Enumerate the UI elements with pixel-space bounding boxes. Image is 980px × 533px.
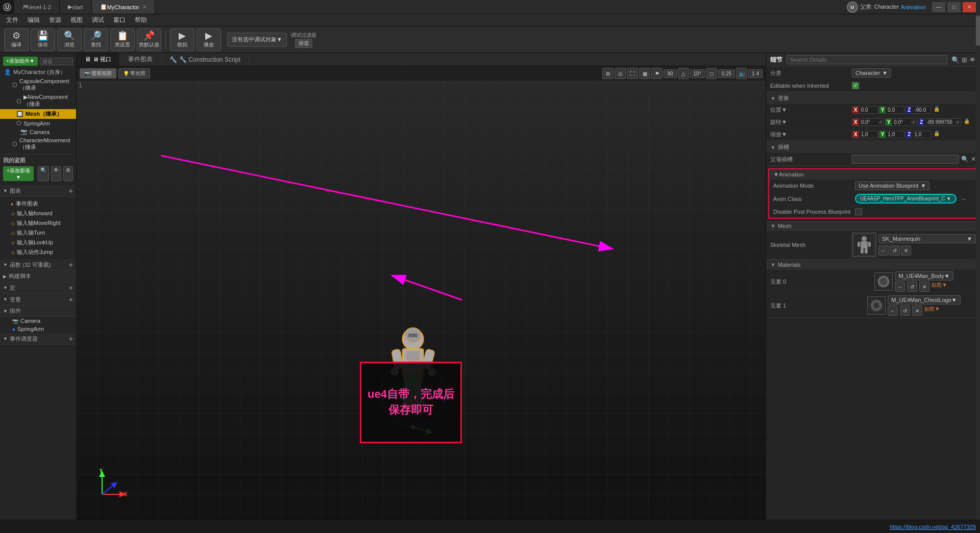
socket-header[interactable]: ▼ 插槽 (766, 141, 980, 153)
rotation-z-input[interactable]: Z -89.999756 ↺ (918, 118, 961, 126)
compile-button[interactable]: ⚙ 编译 (4, 29, 29, 51)
simulate-button[interactable]: ▶ 模拟 (170, 29, 194, 51)
menu-view[interactable]: 视图 (66, 15, 87, 26)
reset-icon[interactable]: ↺ (877, 120, 884, 125)
class-defaults-button[interactable]: 📌 类默认值 (137, 29, 161, 51)
category-dropdown[interactable]: Character ▼ (852, 68, 891, 78)
transform-header[interactable]: ▼ 变换 (766, 92, 980, 104)
tab-mycharactor[interactable]: 📋 MyCharactor ✕ (92, 0, 155, 14)
editable-checkbox[interactable]: ✓ (852, 82, 859, 89)
component-springarm[interactable]: ⬡ SpringArm (0, 119, 76, 128)
reset-icon[interactable]: ↺ (910, 120, 916, 125)
position-y-input[interactable]: Y 0.0 (879, 106, 905, 114)
debug-filter-button[interactable]: 筛选 (295, 39, 312, 48)
disable-postprocess-checkbox[interactable] (855, 208, 862, 215)
socket-clear-icon[interactable]: ✕ (971, 156, 976, 163)
menu-help[interactable]: 帮助 (131, 15, 151, 26)
graph-input-moveright[interactable]: ◇ 输入轴MoveRight (3, 218, 73, 228)
skeletal-mesh-dropdown[interactable]: SK_Mannequin ▼ (878, 234, 976, 243)
graph-input-jump[interactable]: ◇ 输入动作Jump (3, 247, 73, 257)
fov-button[interactable]: 90 (664, 69, 676, 78)
play-button[interactable]: ▶ 播放 (197, 29, 221, 51)
graph-input-turn[interactable]: ◇ 输入轴Turn (3, 228, 73, 238)
bp-settings-button[interactable]: ⚙ (63, 166, 73, 181)
mat1-action-btn-3[interactable]: ✕ (912, 306, 922, 316)
search-icon[interactable]: 🔍 (951, 56, 960, 64)
event-dispatcher-add-button[interactable]: + (69, 335, 73, 343)
vp-icon-btn-1[interactable]: ⊞ (602, 68, 614, 79)
columns-icon[interactable]: ⊞ (962, 56, 967, 64)
vp-icon-btn-3[interactable]: ⛶ (627, 68, 638, 79)
map-0-label[interactable]: 贴图▼ (932, 282, 947, 292)
debug-target-dropdown[interactable]: 没有选中调试对象▼ (227, 33, 287, 47)
position-x-input[interactable]: X 0.0 (852, 106, 878, 114)
animation-header[interactable]: ▼ Animation (769, 169, 977, 180)
vp-icon-btn-7[interactable]: ◻ (706, 68, 717, 79)
reset-icon[interactable]: ↺ (954, 120, 961, 125)
find-button[interactable]: 🔎 查找 (84, 29, 108, 51)
menu-edit[interactable]: 编辑 (23, 15, 44, 26)
mat0-action-btn-2[interactable]: ↺ (907, 282, 917, 292)
tab-start[interactable]: ▶ start (60, 0, 91, 14)
anim-class-dropdown[interactable]: UE4ASP_HeroTPP_AnimBlueprint_C ▼ (855, 194, 957, 204)
browse-button[interactable]: 🔍 浏览 (57, 29, 82, 51)
close-button[interactable]: ✕ (963, 2, 976, 12)
functions-section[interactable]: ▼ 函数 (32 可重载) + (0, 259, 76, 271)
menu-assets[interactable]: 资源 (45, 15, 65, 26)
tab-construction-script[interactable]: 🔧 🔧 Construction Script (161, 53, 249, 66)
bp-eye-button[interactable]: 👁 (51, 166, 61, 181)
graphs-section[interactable]: ▼ 图表 + (0, 185, 76, 197)
map-1-label[interactable]: 贴图▼ (924, 306, 940, 316)
mat0-action-btn-3[interactable]: ✕ (919, 282, 929, 292)
mesh-action-btn-2[interactable]: ↺ (890, 245, 900, 256)
socket-search-input[interactable] (852, 155, 959, 164)
maximize-button[interactable]: □ (947, 2, 961, 12)
component-camera[interactable]: 📷 Camera (0, 128, 76, 136)
scale-lock-icon[interactable]: 🔒 (932, 131, 941, 138)
scale-x-input[interactable]: X 1.0 (852, 131, 878, 138)
tab-event-graph[interactable]: 事件图表 (120, 53, 161, 66)
materials-header[interactable]: ▼ Materials (766, 260, 980, 270)
mesh-action-btn-3[interactable]: ✕ (901, 245, 911, 256)
tab-level-1-2[interactable]: 🎮 level-1-2 (14, 0, 60, 14)
details-search-input[interactable] (787, 55, 947, 64)
graph-input-forward[interactable]: ◇ 输入轴forward (3, 209, 73, 218)
graph-event-chart[interactable]: ▸ 事件图表 (3, 199, 73, 209)
component-springarm2[interactable]: ● SpringArm (0, 325, 76, 333)
menu-debug[interactable]: 调试 (88, 15, 108, 26)
vp-icon-btn-2[interactable]: ◎ (615, 68, 626, 79)
screen-pct-button[interactable]: 1 4 (748, 69, 763, 78)
animation-mode-dropdown[interactable]: Use Animation Blueprint ▼ (855, 181, 929, 190)
right-panel-scrollbar[interactable] (976, 53, 980, 520)
bottom-link[interactable]: https://blog.csdn.net/qq_42677329 (890, 524, 976, 530)
position-z-input[interactable]: Z -90.0 (905, 106, 931, 114)
vp-icon-btn-6[interactable]: △ (678, 68, 689, 79)
material-1-dropdown[interactable]: M_UE4Man_ChestLogo ▼ (888, 295, 960, 304)
event-dispatcher-section[interactable]: ▼ 事件调度器 + (0, 333, 76, 345)
component-camera2[interactable]: 📷 Camera (0, 317, 76, 325)
construct-script-section[interactable]: ▶ 构建脚本 (0, 271, 76, 282)
variables-section[interactable]: ▼ 变量 + (0, 294, 76, 306)
distance-button[interactable]: 0.25 (718, 69, 735, 78)
socket-search-icon[interactable]: 🔍 (961, 156, 969, 163)
component-mycharactor[interactable]: 👤 MyCharactor (自身） (0, 67, 76, 77)
eye-icon[interactable]: 👁 (969, 56, 976, 64)
component-charactermovement[interactable]: ⬡ CharacterMovement（继承 (0, 136, 76, 152)
graphs-add-button[interactable]: + (69, 187, 73, 195)
macros-add-button[interactable]: + (69, 284, 73, 292)
scale-z-input[interactable]: Z 1.0 (905, 131, 931, 138)
vp-icon-btn-8[interactable]: 📺 (736, 68, 747, 79)
angle-button[interactable]: 10° (690, 69, 705, 78)
component-newcomponent[interactable]: ⬡ ▶NewComponent（继承 (0, 93, 76, 109)
components2-section[interactable]: ▼ 组件 (0, 306, 76, 317)
menu-file[interactable]: 文件 (2, 15, 22, 26)
macros-section[interactable]: ▼ 宏 + (0, 282, 76, 294)
component-capsule[interactable]: ⬡ CapsuleComponent（继承 (0, 77, 76, 93)
component-search-input[interactable] (40, 58, 73, 65)
variables-add-button[interactable]: + (69, 295, 73, 303)
tab-viewport[interactable]: 🖥 🖥 视口 (77, 53, 120, 66)
material-0-dropdown[interactable]: M_UE4Man_Body ▼ (895, 271, 953, 281)
functions-add-button[interactable]: + (69, 261, 73, 269)
add-component-button[interactable]: +添加组件▼ (3, 57, 38, 66)
graph-input-lookup[interactable]: ◇ 输入轴LookUp (3, 238, 73, 247)
